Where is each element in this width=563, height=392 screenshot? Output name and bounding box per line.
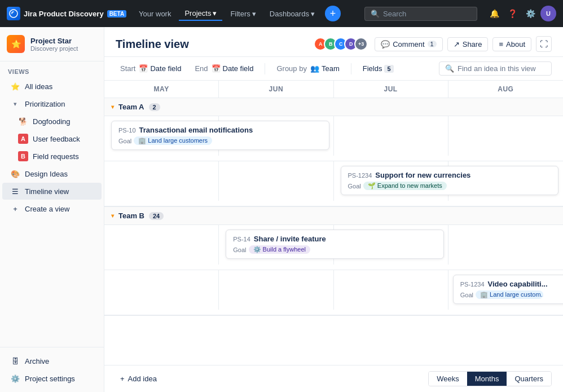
- card-header: PS-10 Transactional email notifications: [118, 126, 322, 134]
- team-a-group: ▾ Team A 2: [104, 98, 563, 207]
- dogfood-icon: 🐕: [18, 116, 28, 126]
- cell-jul: [334, 116, 448, 156]
- sidebar-item-field-requests[interactable]: B Field requests: [2, 148, 102, 165]
- plus-icon: +: [10, 204, 20, 214]
- cell-aug: [448, 225, 563, 265]
- project-icon: ⭐: [7, 35, 25, 53]
- expand-button[interactable]: ⛶: [536, 36, 552, 52]
- topnav-dashboards[interactable]: Dashboards ▾: [264, 7, 320, 20]
- quarters-button[interactable]: Quarters: [507, 372, 551, 386]
- settings-icon[interactable]: ⚙️: [522, 6, 538, 21]
- user-avatar[interactable]: U: [540, 6, 556, 21]
- app-name: Jira Product Discovery: [24, 10, 104, 18]
- find-idea-search[interactable]: 🔍 Find an idea in this view: [439, 61, 552, 76]
- team-a-count: 2: [149, 103, 160, 111]
- main-content: Timeline view A B C D +3 💬 Comment 1 ↗ S…: [104, 27, 563, 392]
- goal-tag: 🏢 Land large custom...: [476, 290, 543, 299]
- fields-button[interactable]: Fields 5: [358, 62, 398, 75]
- team-b-header[interactable]: ▾ Team B 24: [104, 207, 563, 225]
- card-header: PS-1234 Support for new currencies: [348, 171, 552, 179]
- card-title: Video capabiliti...: [488, 280, 548, 288]
- page-header: Timeline view A B C D +3 💬 Comment 1 ↗ S…: [104, 27, 563, 57]
- group-by-button[interactable]: Group by 👥 Team: [272, 62, 344, 75]
- timeline-body: ▾ Team A 2: [104, 98, 563, 365]
- toolbar-divider-2: [351, 63, 351, 74]
- about-button[interactable]: ≡ About: [492, 37, 531, 51]
- timeline-month-header: MAY JUN JUL AUG: [104, 81, 563, 98]
- team-b-row-1: PS-14 Share / invite feature Goal ⚙️ Bui…: [104, 225, 563, 270]
- search-icon: 🔍: [371, 10, 380, 18]
- card-header: PS-14 Share / invite feature: [233, 235, 437, 243]
- create-button[interactable]: +: [325, 6, 341, 21]
- card-id: PS-14: [233, 236, 250, 243]
- sidebar-views-section: VIEWS ⭐ All ideas ▾ Prioritization 🐕 Dog…: [0, 61, 104, 222]
- share-button[interactable]: ↗ Share: [447, 37, 489, 51]
- chevron-down-icon: ▾: [252, 10, 256, 18]
- month-jun: JUN: [219, 81, 333, 98]
- comment-button[interactable]: 💬 Comment 1: [375, 37, 442, 51]
- month-may: MAY: [104, 81, 219, 98]
- avatar-count: +3: [354, 37, 368, 51]
- month-jul: JUL: [334, 81, 448, 98]
- avatar-group: A B C D +3: [314, 37, 368, 51]
- fields-badge: 5: [384, 65, 393, 73]
- gear-icon: ⚙️: [10, 373, 20, 384]
- end-button[interactable]: End 📅 Date field: [190, 62, 258, 75]
- sidebar-item-prioritization[interactable]: ▾ Prioritization: [2, 95, 102, 112]
- plus-icon: +: [120, 375, 125, 383]
- sidebar-project[interactable]: ⭐ Project Star Discovery project: [0, 27, 104, 61]
- card-ps10[interactable]: PS-10 Transactional email notifications …: [111, 121, 329, 150]
- toolbar: Start 📅 Date field End 📅 Date field Grou…: [104, 57, 563, 81]
- goal-tag: 🏢 Land large customers: [134, 136, 212, 145]
- team-b-name: Team B: [118, 212, 144, 220]
- sidebar-item-project-settings[interactable]: ⚙️ Project settings: [2, 370, 102, 387]
- cell-jun: [219, 161, 333, 201]
- sidebar-item-user-feedback[interactable]: A User feedback: [2, 130, 102, 147]
- project-info: Project Star Discovery project: [30, 37, 78, 52]
- topnav-icons: 🔔 ❓ ⚙️ U: [486, 6, 556, 21]
- calendar-icon: 📅: [139, 64, 148, 73]
- notifications-icon[interactable]: 🔔: [486, 6, 502, 21]
- card-id: PS-10: [118, 127, 136, 134]
- search-bar[interactable]: 🔍 Search: [364, 7, 477, 21]
- sidebar-item-all-ideas[interactable]: ⭐ All ideas: [2, 78, 102, 95]
- cell-aug: [448, 116, 563, 156]
- card-ps1234-currencies[interactable]: PS-1234 Support for new currencies Goal …: [341, 166, 559, 195]
- sidebar-item-dogfooding[interactable]: 🐕 Dogfooding: [2, 113, 102, 130]
- add-idea-button[interactable]: + Add idea: [116, 372, 161, 385]
- months-button[interactable]: Months: [467, 372, 507, 386]
- cell-jul: [334, 270, 448, 310]
- page-title: Timeline view: [116, 38, 307, 51]
- team-a-header[interactable]: ▾ Team A 2: [104, 98, 563, 116]
- card-title: Transactional email notifications: [139, 126, 253, 134]
- card-ps14-share[interactable]: PS-14 Share / invite feature Goal ⚙️ Bui…: [226, 230, 444, 259]
- card-goal: Goal 🌱 Expand to new markets: [348, 182, 552, 190]
- sidebar-item-archive[interactable]: 🗄 Archive: [2, 353, 102, 369]
- card-id: PS-1234: [348, 172, 372, 179]
- card-title: Support for new currencies: [375, 171, 470, 179]
- cell-may: [104, 225, 219, 265]
- topnav: Jira Product Discovery BETA Your work Pr…: [0, 0, 563, 27]
- share-icon: ↗: [454, 40, 460, 49]
- help-icon[interactable]: ❓: [504, 6, 520, 21]
- topnav-projects[interactable]: Projects ▾: [179, 7, 222, 21]
- weeks-button[interactable]: Weeks: [429, 372, 467, 386]
- sidebar-item-design-ideas[interactable]: 🎨 Design Ideas: [2, 165, 102, 182]
- time-toggle: Weeks Months Quarters: [428, 371, 552, 386]
- topnav-your-work[interactable]: Your work: [133, 7, 177, 20]
- create-view-button[interactable]: + Create a view: [2, 200, 102, 217]
- beta-badge: BETA: [107, 10, 126, 17]
- info-icon: ≡: [499, 40, 503, 49]
- topnav-filters[interactable]: Filters ▾: [225, 7, 261, 20]
- sidebar-item-timeline-view[interactable]: ☰ Timeline view: [2, 183, 102, 200]
- card-goal: Goal 🏢 Land large custom...: [460, 290, 563, 299]
- app-logo[interactable]: Jira Product Discovery BETA: [7, 7, 126, 20]
- timeline-footer: + Add idea Weeks Months Quarters: [104, 365, 563, 392]
- cell-jun: [219, 270, 333, 310]
- card-ps1234-video[interactable]: PS-1234 Video capabiliti... Goal 🏢 Land …: [453, 275, 563, 304]
- search-icon: 🔍: [445, 64, 454, 73]
- start-button[interactable]: Start 📅 Date field: [116, 62, 186, 75]
- card-id: PS-1234: [460, 281, 485, 288]
- team-icon: 👥: [310, 64, 319, 73]
- chevron-down-icon: ▾: [111, 213, 114, 219]
